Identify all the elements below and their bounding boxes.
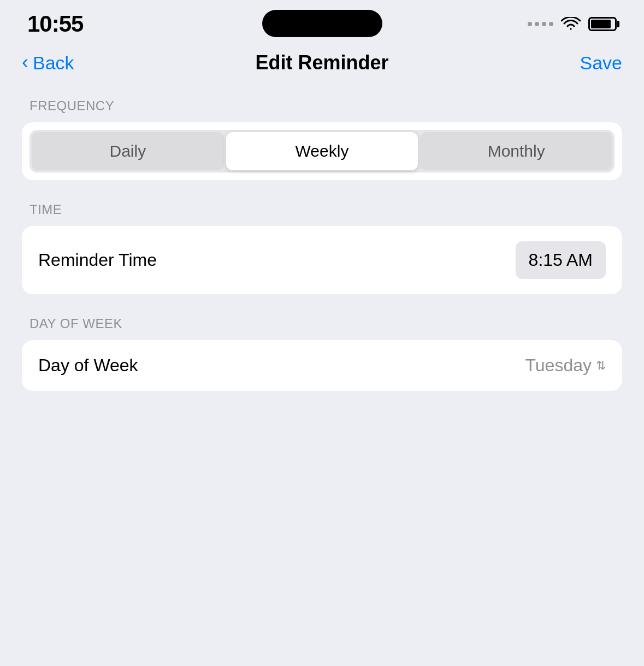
day-of-week-label: DAY OF WEEK <box>22 316 622 331</box>
frequency-option-monthly[interactable]: Monthly <box>420 132 612 170</box>
reminder-time-row[interactable]: Reminder Time 8:15 AM <box>22 226 622 294</box>
time-card: Reminder Time 8:15 AM <box>22 226 622 294</box>
frequency-section: FREQUENCY Daily Weekly Monthly <box>22 98 622 180</box>
dynamic-island <box>262 10 382 37</box>
dynamic-island-container <box>262 10 382 37</box>
reminder-time-value[interactable]: 8:15 AM <box>516 241 606 279</box>
day-of-week-value[interactable]: Tuesday ⇅ <box>525 355 606 376</box>
status-bar: 10:55 <box>0 0 644 44</box>
frequency-segment-control[interactable]: Daily Weekly Monthly <box>29 130 615 173</box>
day-of-week-chevron-icon: ⇅ <box>596 359 606 373</box>
day-of-week-row-label: Day of Week <box>38 355 138 376</box>
status-time: 10:55 <box>27 11 83 37</box>
back-label: Back <box>33 52 74 74</box>
save-button[interactable]: Save <box>580 52 623 74</box>
signal-dot-1 <box>528 22 532 26</box>
wifi-icon <box>561 17 581 31</box>
page-title: Edit Reminder <box>255 51 388 74</box>
frequency-option-daily[interactable]: Daily <box>32 132 224 170</box>
status-indicators <box>528 17 617 31</box>
reminder-time-row-label: Reminder Time <box>38 250 157 270</box>
battery-icon <box>588 17 617 31</box>
nav-bar: ‹ Back Edit Reminder Save <box>0 44 644 87</box>
frequency-option-weekly[interactable]: Weekly <box>226 132 418 170</box>
back-chevron-icon: ‹ <box>22 51 28 74</box>
back-button[interactable]: ‹ Back <box>22 52 74 74</box>
signal-dot-2 <box>535 22 539 26</box>
time-label: TIME <box>22 202 622 217</box>
day-of-week-row[interactable]: Day of Week Tuesday ⇅ <box>22 340 622 391</box>
battery-fill <box>591 20 611 28</box>
day-of-week-card: Day of Week Tuesday ⇅ <box>22 340 622 391</box>
frequency-card: Daily Weekly Monthly <box>22 122 622 180</box>
signal-dot-4 <box>549 22 553 26</box>
frequency-label: FREQUENCY <box>22 98 622 114</box>
time-section: TIME Reminder Time 8:15 AM <box>22 202 622 294</box>
day-of-week-section: DAY OF WEEK Day of Week Tuesday ⇅ <box>22 316 622 391</box>
signal-dot-3 <box>542 22 546 26</box>
signal-dots <box>528 22 553 26</box>
content-area: FREQUENCY Daily Weekly Monthly TIME Remi… <box>0 87 644 424</box>
